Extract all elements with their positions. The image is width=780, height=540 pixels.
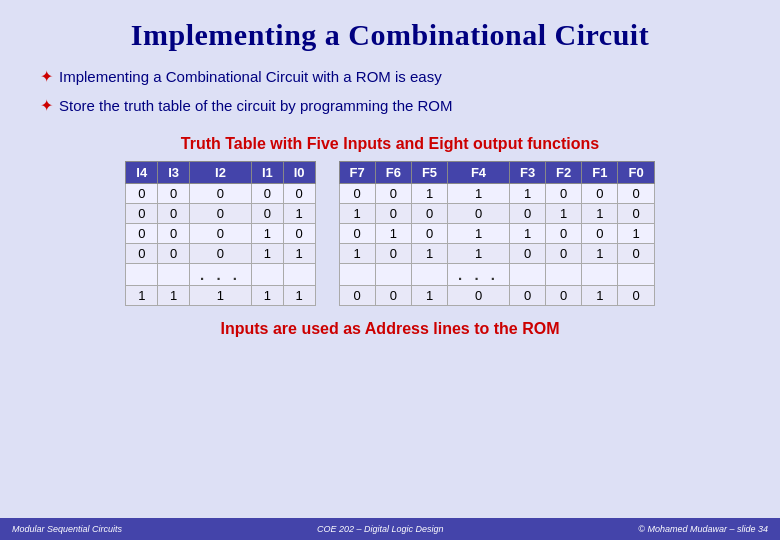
table-cell: 0 xyxy=(339,183,375,203)
table-cell: 0 xyxy=(375,285,411,305)
bullet-diamond-2: ✦ xyxy=(40,95,53,117)
truth-table: I4 I3 I2 I1 I0 F7 F6 F5 F4 F3 F2 F1 F0 0 xyxy=(125,161,654,306)
divider-cell xyxy=(315,263,339,285)
table-cell: 1 xyxy=(190,285,252,305)
table-cell: 1 xyxy=(411,243,447,263)
th-f3: F3 xyxy=(509,161,545,183)
table-cell: 1 xyxy=(283,285,315,305)
table-cell: 0 xyxy=(190,203,252,223)
th-f7: F7 xyxy=(339,161,375,183)
bullet-diamond-1: ✦ xyxy=(40,66,53,88)
footer-bar: Modular Sequential Circuits COE 202 – Di… xyxy=(0,518,780,540)
table-cell: 0 xyxy=(509,203,545,223)
table-container: I4 I3 I2 I1 I0 F7 F6 F5 F4 F3 F2 F1 F0 0 xyxy=(30,161,750,306)
table-cell: 1 xyxy=(582,285,618,305)
table-cell: 0 xyxy=(618,285,654,305)
table-cell: 0 xyxy=(339,223,375,243)
table-cell: 0 xyxy=(283,183,315,203)
table-cell: 1 xyxy=(509,183,545,203)
table-cell: 0 xyxy=(158,243,190,263)
th-f5: F5 xyxy=(411,161,447,183)
table-cell: 0 xyxy=(158,203,190,223)
table-cell: 1 xyxy=(509,223,545,243)
footer-left: Modular Sequential Circuits xyxy=(12,524,122,534)
table-cell: 0 xyxy=(375,243,411,263)
divider-cell xyxy=(315,183,339,203)
table-cell: 0 xyxy=(448,285,510,305)
table-cell: 1 xyxy=(375,223,411,243)
table-cell: 1 xyxy=(411,183,447,203)
bullet-1: ✦ Implementing a Combinational Circuit w… xyxy=(30,66,750,88)
table-cell xyxy=(339,263,375,285)
divider-cell xyxy=(315,223,339,243)
table-cell: 0 xyxy=(375,203,411,223)
bullet-text-1: Implementing a Combinational Circuit wit… xyxy=(59,66,442,87)
th-i0: I0 xyxy=(283,161,315,183)
th-i2: I2 xyxy=(190,161,252,183)
th-f1: F1 xyxy=(582,161,618,183)
table-cell: 0 xyxy=(158,183,190,203)
table-cell: 0 xyxy=(190,243,252,263)
table-cell: 0 xyxy=(411,203,447,223)
table-cell: 0 xyxy=(190,183,252,203)
table-cell: 0 xyxy=(448,203,510,223)
th-i4: I4 xyxy=(126,161,158,183)
table-cell: . . . xyxy=(190,263,252,285)
table-cell: 0 xyxy=(158,223,190,243)
table-cell: 0 xyxy=(509,243,545,263)
table-cell: 0 xyxy=(251,183,283,203)
th-f2: F2 xyxy=(546,161,582,183)
table-cell: 1 xyxy=(411,285,447,305)
table-cell: . . . xyxy=(448,263,510,285)
table-cell xyxy=(251,263,283,285)
table-cell xyxy=(283,263,315,285)
table-cell xyxy=(509,263,545,285)
table-cell: 0 xyxy=(190,223,252,243)
table-cell: 0 xyxy=(339,285,375,305)
table-cell: 0 xyxy=(618,183,654,203)
table-cell: 1 xyxy=(251,223,283,243)
table-cell: 0 xyxy=(126,243,158,263)
table-cell xyxy=(375,263,411,285)
table-cell: 1 xyxy=(582,243,618,263)
page-title: Implementing a Combinational Circuit xyxy=(30,18,750,52)
table-cell: 1 xyxy=(546,203,582,223)
table-cell: 0 xyxy=(509,285,545,305)
table-cell: 0 xyxy=(546,243,582,263)
table-cell: 1 xyxy=(251,285,283,305)
table-cell: 0 xyxy=(582,183,618,203)
divider-cell xyxy=(315,203,339,223)
bullet-2: ✦ Store the truth table of the circuit b… xyxy=(30,95,750,117)
footer-right: © Mohamed Mudawar – slide 34 xyxy=(638,524,768,534)
table-cell: 1 xyxy=(126,285,158,305)
slide: Implementing a Combinational Circuit ✦ I… xyxy=(0,0,780,540)
table-cell: 1 xyxy=(339,243,375,263)
table-cell xyxy=(618,263,654,285)
table-cell: 1 xyxy=(251,243,283,263)
table-cell: 0 xyxy=(618,243,654,263)
table-cell xyxy=(126,263,158,285)
table-cell: 1 xyxy=(582,203,618,223)
table-cell: 1 xyxy=(448,243,510,263)
th-i1: I1 xyxy=(251,161,283,183)
th-f4: F4 xyxy=(448,161,510,183)
footer-center: COE 202 – Digital Logic Design xyxy=(317,524,444,534)
table-cell: 0 xyxy=(546,223,582,243)
table-cell: 0 xyxy=(126,223,158,243)
table-cell: 0 xyxy=(375,183,411,203)
th-f6: F6 xyxy=(375,161,411,183)
table-cell xyxy=(582,263,618,285)
table-cell: 0 xyxy=(582,223,618,243)
table-cell: 0 xyxy=(546,183,582,203)
th-i3: I3 xyxy=(158,161,190,183)
table-cell: 1 xyxy=(448,223,510,243)
divider-cell xyxy=(315,285,339,305)
th-divider xyxy=(315,161,339,183)
section-title: Truth Table with Five Inputs and Eight o… xyxy=(30,135,750,153)
bullet-text-2: Store the truth table of the circuit by … xyxy=(59,95,453,116)
table-cell: 1 xyxy=(283,243,315,263)
table-cell: 1 xyxy=(618,223,654,243)
th-f0: F0 xyxy=(618,161,654,183)
table-cell: 0 xyxy=(283,223,315,243)
table-cell: 0 xyxy=(126,183,158,203)
